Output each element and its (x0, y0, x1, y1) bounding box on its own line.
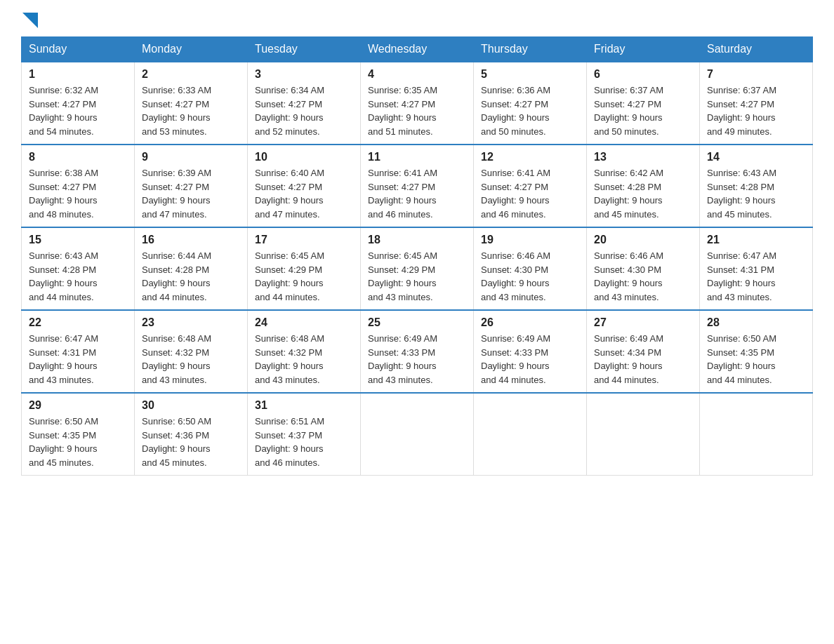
day-number: 26 (481, 316, 579, 329)
calendar-table: SundayMondayTuesdayWednesdayThursdayFrid… (21, 36, 813, 476)
day-number: 21 (707, 234, 805, 246)
day-info: Sunrise: 6:37 AM Sunset: 4:27 PM Dayligh… (594, 83, 692, 138)
calendar-day-cell: 15 Sunrise: 6:43 AM Sunset: 4:28 PM Dayl… (22, 227, 135, 310)
calendar-week-row: 15 Sunrise: 6:43 AM Sunset: 4:28 PM Dayl… (22, 227, 813, 310)
calendar-day-cell: 20 Sunrise: 6:46 AM Sunset: 4:30 PM Dayl… (587, 227, 700, 310)
day-number: 9 (142, 151, 240, 163)
calendar-day-header: Wednesday (361, 37, 474, 62)
day-number: 25 (368, 316, 466, 329)
day-info: Sunrise: 6:37 AM Sunset: 4:27 PM Dayligh… (707, 83, 805, 138)
day-info: Sunrise: 6:49 AM Sunset: 4:34 PM Dayligh… (594, 332, 692, 387)
calendar-day-cell: 7 Sunrise: 6:37 AM Sunset: 4:27 PM Dayli… (700, 62, 813, 145)
day-info: Sunrise: 6:42 AM Sunset: 4:28 PM Dayligh… (594, 166, 692, 221)
day-number: 8 (29, 151, 127, 163)
day-number: 14 (707, 151, 805, 163)
calendar-day-cell: 13 Sunrise: 6:42 AM Sunset: 4:28 PM Dayl… (587, 145, 700, 227)
calendar-day-header: Sunday (22, 37, 135, 62)
day-info: Sunrise: 6:47 AM Sunset: 4:31 PM Dayligh… (29, 332, 127, 387)
page-header (21, 14, 813, 29)
day-info: Sunrise: 6:50 AM Sunset: 4:35 PM Dayligh… (29, 415, 127, 469)
day-info: Sunrise: 6:39 AM Sunset: 4:27 PM Dayligh… (142, 166, 240, 221)
day-number: 20 (594, 234, 692, 246)
calendar-day-cell: 11 Sunrise: 6:41 AM Sunset: 4:27 PM Dayl… (361, 145, 474, 227)
calendar-day-cell: 6 Sunrise: 6:37 AM Sunset: 4:27 PM Dayli… (587, 62, 700, 145)
calendar-day-cell: 27 Sunrise: 6:49 AM Sunset: 4:34 PM Dayl… (587, 310, 700, 393)
day-info: Sunrise: 6:46 AM Sunset: 4:30 PM Dayligh… (481, 249, 579, 304)
day-info: Sunrise: 6:43 AM Sunset: 4:28 PM Dayligh… (29, 249, 127, 304)
day-number: 5 (481, 68, 579, 81)
day-info: Sunrise: 6:48 AM Sunset: 4:32 PM Dayligh… (142, 332, 240, 387)
calendar-day-cell: 21 Sunrise: 6:47 AM Sunset: 4:31 PM Dayl… (700, 227, 813, 310)
calendar-day-cell: 23 Sunrise: 6:48 AM Sunset: 4:32 PM Dayl… (135, 310, 248, 393)
calendar-week-row: 29 Sunrise: 6:50 AM Sunset: 4:35 PM Dayl… (22, 393, 813, 476)
calendar-day-cell: 12 Sunrise: 6:41 AM Sunset: 4:27 PM Dayl… (474, 145, 587, 227)
day-number: 24 (255, 316, 353, 329)
day-number: 23 (142, 316, 240, 329)
day-number: 1 (29, 68, 127, 81)
calendar-day-cell: 29 Sunrise: 6:50 AM Sunset: 4:35 PM Dayl… (22, 393, 135, 476)
calendar-day-cell: 16 Sunrise: 6:44 AM Sunset: 4:28 PM Dayl… (135, 227, 248, 310)
day-info: Sunrise: 6:43 AM Sunset: 4:28 PM Dayligh… (707, 166, 805, 221)
calendar-day-cell: 31 Sunrise: 6:51 AM Sunset: 4:37 PM Dayl… (248, 393, 361, 476)
calendar-day-cell: 4 Sunrise: 6:35 AM Sunset: 4:27 PM Dayli… (361, 62, 474, 145)
calendar-header-row: SundayMondayTuesdayWednesdayThursdayFrid… (22, 37, 813, 62)
day-info: Sunrise: 6:35 AM Sunset: 4:27 PM Dayligh… (368, 83, 466, 138)
day-number: 29 (29, 399, 127, 412)
day-number: 22 (29, 316, 127, 329)
calendar-day-cell: 28 Sunrise: 6:50 AM Sunset: 4:35 PM Dayl… (700, 310, 813, 393)
day-number: 6 (594, 68, 692, 81)
calendar-day-cell: 3 Sunrise: 6:34 AM Sunset: 4:27 PM Dayli… (248, 62, 361, 145)
calendar-day-cell: 22 Sunrise: 6:47 AM Sunset: 4:31 PM Dayl… (22, 310, 135, 393)
calendar-day-cell: 17 Sunrise: 6:45 AM Sunset: 4:29 PM Dayl… (248, 227, 361, 310)
calendar-day-header: Friday (587, 37, 700, 62)
calendar-day-cell: 2 Sunrise: 6:33 AM Sunset: 4:27 PM Dayli… (135, 62, 248, 145)
day-info: Sunrise: 6:50 AM Sunset: 4:35 PM Dayligh… (707, 332, 805, 387)
calendar-day-header: Monday (135, 37, 248, 62)
logo-icon (22, 13, 38, 28)
day-number: 13 (594, 151, 692, 163)
day-info: Sunrise: 6:41 AM Sunset: 4:27 PM Dayligh… (368, 166, 466, 221)
day-info: Sunrise: 6:47 AM Sunset: 4:31 PM Dayligh… (707, 249, 805, 304)
calendar-day-header: Saturday (700, 37, 813, 62)
day-info: Sunrise: 6:38 AM Sunset: 4:27 PM Dayligh… (29, 166, 127, 221)
day-info: Sunrise: 6:32 AM Sunset: 4:27 PM Dayligh… (29, 83, 127, 138)
day-info: Sunrise: 6:34 AM Sunset: 4:27 PM Dayligh… (255, 83, 353, 138)
day-number: 16 (142, 234, 240, 246)
day-number: 17 (255, 234, 353, 246)
day-info: Sunrise: 6:36 AM Sunset: 4:27 PM Dayligh… (481, 83, 579, 138)
day-number: 10 (255, 151, 353, 163)
calendar-day-cell: 19 Sunrise: 6:46 AM Sunset: 4:30 PM Dayl… (474, 227, 587, 310)
calendar-week-row: 8 Sunrise: 6:38 AM Sunset: 4:27 PM Dayli… (22, 145, 813, 227)
calendar-day-cell: 26 Sunrise: 6:49 AM Sunset: 4:33 PM Dayl… (474, 310, 587, 393)
calendar-day-header: Tuesday (248, 37, 361, 62)
day-info: Sunrise: 6:49 AM Sunset: 4:33 PM Dayligh… (481, 332, 579, 387)
day-info: Sunrise: 6:48 AM Sunset: 4:32 PM Dayligh… (255, 332, 353, 387)
day-info: Sunrise: 6:46 AM Sunset: 4:30 PM Dayligh… (594, 249, 692, 304)
day-number: 3 (255, 68, 353, 81)
day-info: Sunrise: 6:45 AM Sunset: 4:29 PM Dayligh… (255, 249, 353, 304)
calendar-day-cell: 14 Sunrise: 6:43 AM Sunset: 4:28 PM Dayl… (700, 145, 813, 227)
svg-marker-0 (22, 13, 38, 28)
day-info: Sunrise: 6:49 AM Sunset: 4:33 PM Dayligh… (368, 332, 466, 387)
day-info: Sunrise: 6:33 AM Sunset: 4:27 PM Dayligh… (142, 83, 240, 138)
calendar-day-cell: 9 Sunrise: 6:39 AM Sunset: 4:27 PM Dayli… (135, 145, 248, 227)
day-info: Sunrise: 6:40 AM Sunset: 4:27 PM Dayligh… (255, 166, 353, 221)
day-number: 28 (707, 316, 805, 329)
day-number: 11 (368, 151, 466, 163)
calendar-week-row: 1 Sunrise: 6:32 AM Sunset: 4:27 PM Dayli… (22, 62, 813, 145)
day-info: Sunrise: 6:41 AM Sunset: 4:27 PM Dayligh… (481, 166, 579, 221)
day-number: 18 (368, 234, 466, 246)
day-number: 12 (481, 151, 579, 163)
calendar-day-cell: 18 Sunrise: 6:45 AM Sunset: 4:29 PM Dayl… (361, 227, 474, 310)
day-number: 30 (142, 399, 240, 412)
calendar-day-cell (700, 393, 813, 476)
logo (21, 14, 39, 29)
day-number: 7 (707, 68, 805, 81)
calendar-day-cell (474, 393, 587, 476)
calendar-day-cell: 8 Sunrise: 6:38 AM Sunset: 4:27 PM Dayli… (22, 145, 135, 227)
day-info: Sunrise: 6:50 AM Sunset: 4:36 PM Dayligh… (142, 415, 240, 469)
calendar-day-cell: 30 Sunrise: 6:50 AM Sunset: 4:36 PM Dayl… (135, 393, 248, 476)
day-info: Sunrise: 6:45 AM Sunset: 4:29 PM Dayligh… (368, 249, 466, 304)
calendar-day-cell (587, 393, 700, 476)
calendar-day-cell: 10 Sunrise: 6:40 AM Sunset: 4:27 PM Dayl… (248, 145, 361, 227)
